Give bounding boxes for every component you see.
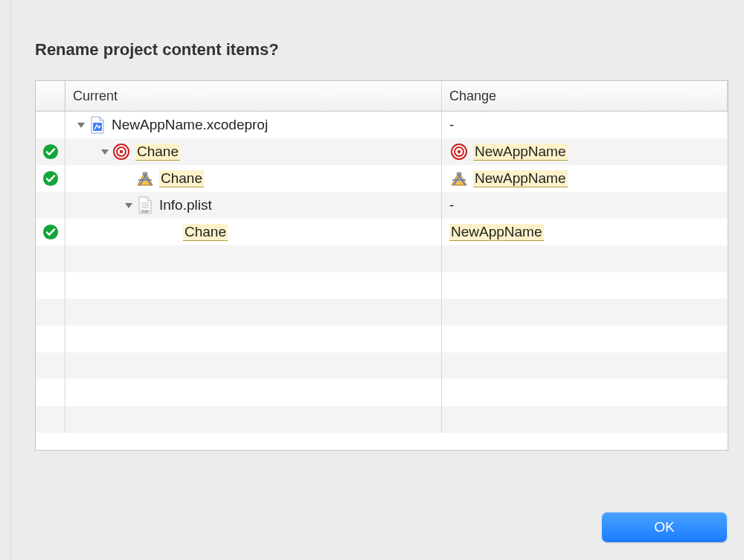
current-cell: NewAppName.xcodeproj: [65, 112, 442, 138]
change-cell: NewAppName: [442, 138, 728, 165]
disclosure-triangle-icon: [77, 120, 86, 129]
disclosure-triangle[interactable]: [122, 201, 135, 210]
change-label: NewAppName: [473, 170, 568, 187]
row-checkbox[interactable]: [36, 138, 65, 165]
column-change[interactable]: Change: [442, 81, 728, 111]
row-checkbox: [36, 406, 65, 433]
table-row-empty: [36, 299, 728, 326]
change-cell: -: [442, 112, 728, 138]
current-cell: PLISTInfo.plist: [65, 192, 442, 219]
table-header: Current Change: [36, 81, 728, 112]
row-checkbox: [36, 272, 65, 299]
row-checkbox[interactable]: [36, 219, 65, 245]
change-cell: [442, 299, 728, 326]
current-cell: Chane: [65, 138, 442, 165]
dialog-title: Rename project content items?: [35, 40, 279, 59]
svg-point-7: [458, 150, 461, 153]
table-row-empty: [36, 379, 728, 406]
current-label: Info.plist: [159, 197, 212, 213]
change-label: NewAppName: [473, 144, 568, 161]
change-label: NewAppName: [449, 224, 544, 241]
table-row[interactable]: ChaneNewAppName: [36, 165, 728, 192]
rename-dialog: Rename project content items? Current Ch…: [10, 0, 744, 560]
change-cell: NewAppName: [442, 219, 728, 245]
checkmark-icon: [42, 224, 59, 240]
change-cell: -: [442, 192, 728, 219]
current-cell: [65, 326, 442, 353]
disclosure-triangle-icon: [100, 147, 109, 156]
plist-icon: PLIST: [138, 196, 153, 214]
svg-text:PLIST: PLIST: [141, 210, 150, 213]
disclosure-triangle-icon: [124, 201, 133, 210]
svg-point-4: [120, 150, 123, 153]
row-checkbox: [36, 353, 65, 379]
change-cell: [442, 406, 728, 433]
rename-table: Current Change NewAppName.xcodeproj-Chan…: [35, 80, 728, 451]
row-checkbox[interactable]: [36, 112, 65, 138]
column-checkbox: [36, 81, 65, 111]
current-cell: [65, 299, 442, 326]
table-row-empty: [36, 406, 728, 433]
current-cell: [65, 353, 442, 379]
row-checkbox: [36, 245, 65, 272]
checkmark-icon: [42, 144, 59, 160]
change-cell: [442, 379, 728, 406]
change-cell: [442, 326, 728, 353]
change-cell: [442, 245, 728, 272]
current-label: Chane: [135, 144, 180, 161]
table-row-empty: [36, 245, 728, 272]
table-row-empty: [36, 326, 728, 353]
app-icon: [136, 170, 154, 187]
table-row[interactable]: PLISTInfo.plist-: [36, 192, 728, 219]
table-body: NewAppName.xcodeproj-ChaneNewAppNameChan…: [36, 112, 728, 433]
target-icon: [450, 143, 468, 161]
row-checkbox: [36, 326, 65, 353]
disclosure-triangle[interactable]: [98, 147, 112, 156]
row-checkbox: [36, 299, 65, 326]
current-cell: Chane: [65, 219, 442, 245]
row-checkbox: [36, 379, 65, 406]
current-cell: [65, 245, 442, 272]
table-row[interactable]: NewAppName.xcodeproj-: [36, 112, 728, 138]
change-label: -: [449, 117, 454, 133]
table-row[interactable]: ChaneNewAppName: [36, 138, 728, 165]
column-current[interactable]: Current: [65, 81, 442, 111]
checkmark-icon: [42, 170, 59, 187]
ok-button[interactable]: OK: [602, 512, 727, 542]
current-cell: [65, 406, 442, 433]
change-cell: [442, 272, 728, 299]
change-cell: [442, 353, 728, 379]
xcodeproj-icon: [89, 116, 106, 134]
row-checkbox[interactable]: [36, 192, 65, 219]
table-row-empty: [36, 272, 728, 299]
change-cell: NewAppName: [442, 165, 728, 192]
change-label: -: [449, 197, 454, 213]
current-label: Chane: [159, 170, 204, 187]
app-icon: [450, 170, 468, 187]
disclosure-triangle[interactable]: [74, 120, 88, 129]
current-label: NewAppName.xcodeproj: [112, 117, 268, 133]
current-cell: [65, 272, 442, 299]
table-row-empty: [36, 353, 728, 379]
current-cell: [65, 379, 442, 406]
table-row[interactable]: ChaneNewAppName: [36, 219, 728, 245]
target-icon: [112, 143, 130, 161]
current-label: Chane: [183, 224, 228, 241]
current-cell: Chane: [65, 165, 442, 192]
row-checkbox[interactable]: [36, 165, 65, 192]
